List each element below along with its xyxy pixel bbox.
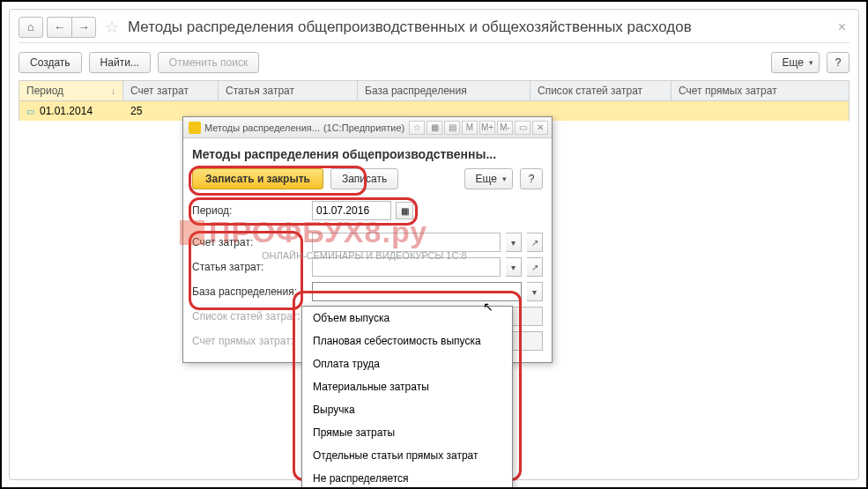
tool-calc[interactable]: ▦ xyxy=(427,121,442,135)
col-base[interactable]: База распределения xyxy=(358,81,530,100)
dialog-toolbar: Записать и закрыть Записать Еще ? xyxy=(192,168,543,198)
favorite-icon[interactable]: ☆ xyxy=(100,18,124,37)
nav-buttons: ← → xyxy=(47,17,96,38)
field-base: База распределения: ▾ xyxy=(192,279,543,304)
tool-m[interactable]: M xyxy=(462,121,478,135)
create-button[interactable]: Создать xyxy=(19,52,82,73)
table-header: Период↓ Счет затрат Статья затрат База р… xyxy=(19,80,849,101)
cancel-find-button[interactable]: Отменить поиск xyxy=(158,52,259,73)
page-title: Методы распределения общепроизводственны… xyxy=(128,19,692,36)
base-dropdown: Объем выпуска Плановая себестоимость вып… xyxy=(301,306,513,489)
find-button[interactable]: Найти... xyxy=(89,52,151,73)
save-close-button[interactable]: Записать и закрыть xyxy=(192,168,323,189)
forward-button[interactable]: → xyxy=(71,17,96,38)
base-dropdown-icon[interactable]: ▾ xyxy=(527,282,543,301)
dropdown-item[interactable]: Выручка xyxy=(302,398,512,421)
dropdown-item[interactable]: Прямые затраты xyxy=(302,421,512,444)
acct-input[interactable] xyxy=(312,233,501,252)
dialog-more-button[interactable]: Еще xyxy=(464,168,513,189)
field-period: Период: 01.07.2016 ▦ xyxy=(192,198,543,223)
tool-fav[interactable]: ☆ xyxy=(409,121,425,135)
tool-calendar[interactable]: ▤ xyxy=(444,121,460,135)
dialog-title-app: Методы распределения... xyxy=(204,122,320,133)
more-button[interactable]: Еще xyxy=(771,52,820,73)
dropdown-item[interactable]: Не распределяется xyxy=(302,467,512,489)
header: ⌂ ← → ☆ Методы распределения общепроизво… xyxy=(19,15,849,43)
row-icon: ▭ xyxy=(26,107,34,116)
back-button[interactable]: ← xyxy=(47,17,71,38)
tool-mminus[interactable]: M- xyxy=(497,121,513,135)
col-direct[interactable]: Счет прямых затрат xyxy=(671,81,849,100)
acct-dropdown-icon[interactable]: ▾ xyxy=(506,233,522,252)
field-acct: Счет затрат: ▾ ↗ xyxy=(192,230,543,255)
field-item: Статья затрат: ▾ ↗ xyxy=(192,255,543,279)
period-label: Период: xyxy=(192,204,307,217)
tool-mplus[interactable]: M+ xyxy=(479,121,495,135)
list-label: Список статей затрат: xyxy=(192,310,307,322)
tool-min[interactable]: ▭ xyxy=(515,121,530,135)
dropdown-item[interactable]: Материальные затраты xyxy=(302,375,512,398)
dropdown-item[interactable]: Оплата труда xyxy=(302,352,512,375)
acct-label: Счет затрат: xyxy=(192,236,307,248)
item-input[interactable] xyxy=(312,257,501,277)
app-icon xyxy=(189,122,201,134)
toolbar: Создать Найти... Отменить поиск Еще ? xyxy=(19,43,849,80)
col-acct[interactable]: Счет затрат xyxy=(123,81,219,100)
dialog-heading: Методы распределения общепроизводственны… xyxy=(192,144,543,168)
col-period[interactable]: Период↓ xyxy=(19,81,123,100)
save-button[interactable]: Записать xyxy=(330,168,398,189)
col-list[interactable]: Список статей затрат xyxy=(530,81,671,100)
direct-label: Счет прямых затрат: xyxy=(192,335,307,347)
tool-close[interactable]: ✕ xyxy=(532,121,548,135)
base-label: База распределения: xyxy=(192,285,307,298)
item-dropdown-icon[interactable]: ▾ xyxy=(506,257,522,277)
base-input[interactable] xyxy=(312,282,522,301)
dialog-help-button[interactable]: ? xyxy=(520,168,543,189)
period-input[interactable]: 01.07.2016 xyxy=(312,201,391,220)
help-button[interactable]: ? xyxy=(827,52,849,73)
item-label: Статья затрат: xyxy=(192,261,307,273)
sort-icon: ↓ xyxy=(111,86,115,96)
item-open-icon[interactable]: ↗ xyxy=(527,257,543,277)
dialog-title-sub: (1С:Предприятие) xyxy=(323,122,404,133)
home-button[interactable]: ⌂ xyxy=(19,17,43,38)
acct-open-icon[interactable]: ↗ xyxy=(527,233,543,252)
calendar-icon[interactable]: ▦ xyxy=(396,202,413,219)
dropdown-item[interactable]: Плановая себестоимость выпуска xyxy=(302,330,512,352)
dialog-titlebar[interactable]: Методы распределения... (1С:Предприятие)… xyxy=(183,117,552,138)
dropdown-item[interactable]: Объем выпуска xyxy=(302,307,512,330)
dropdown-item[interactable]: Отдельные статьи прямых затрат xyxy=(302,444,512,467)
col-item[interactable]: Статья затрат xyxy=(219,81,358,100)
close-icon[interactable]: × xyxy=(835,19,849,35)
dialog-tools: ☆ ▦ ▤ M M+ M- ▭ ✕ xyxy=(409,121,548,135)
cell-period: ▭01.01.2014 xyxy=(19,101,123,121)
